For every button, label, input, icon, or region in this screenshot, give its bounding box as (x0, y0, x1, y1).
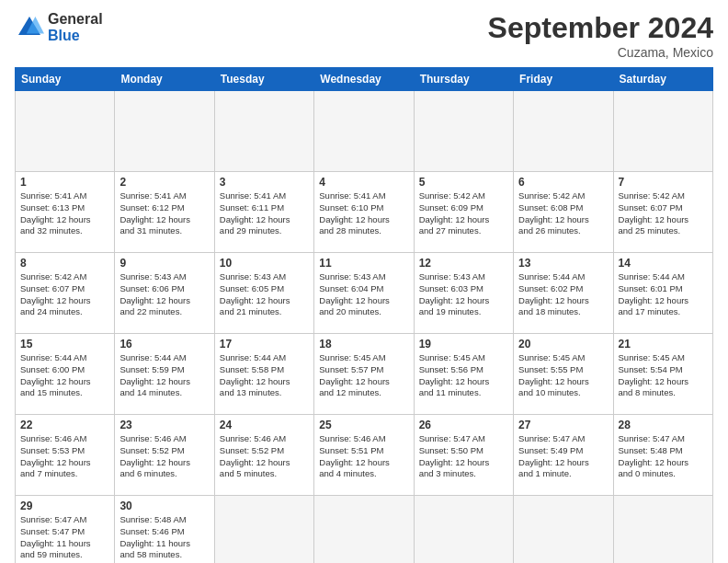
logo-icon (15, 13, 44, 42)
day-info-23: Sunrise: 5:46 AMSunset: 5:52 PMDaylight:… (119, 433, 209, 480)
cell-26: 26 Sunrise: 5:47 AMSunset: 5:50 PMDaylig… (414, 415, 513, 496)
title-area: September 2024 Cuzama, Mexico (488, 11, 713, 60)
day-num-27: 27 (518, 419, 608, 431)
day-num-17: 17 (220, 338, 309, 350)
day-info-20: Sunrise: 5:45 AMSunset: 5:55 PMDaylight:… (518, 352, 608, 399)
day-num-26: 26 (419, 419, 508, 431)
day-num-21: 21 (619, 338, 708, 350)
cell-1: 1 Sunrise: 5:41 AMSunset: 6:13 PMDayligh… (16, 172, 115, 253)
cell-4: 4 Sunrise: 5:41 AMSunset: 6:10 PMDayligh… (314, 172, 414, 253)
cell-24: 24 Sunrise: 5:46 AMSunset: 5:52 PMDaylig… (214, 415, 313, 496)
cell-30: 30 Sunrise: 5:48 AMSunset: 5:46 PMDaylig… (115, 496, 214, 564)
cell-empty-6 (514, 91, 613, 172)
cell-8: 8 Sunrise: 5:42 AMSunset: 6:07 PMDayligh… (16, 253, 115, 334)
week-6: 29 Sunrise: 5:47 AMSunset: 5:47 PMDaylig… (16, 496, 713, 564)
day-info-4: Sunrise: 5:41 AMSunset: 6:10 PMDaylight:… (319, 190, 408, 237)
cell-19: 19 Sunrise: 5:45 AMSunset: 5:56 PMDaylig… (414, 334, 513, 415)
day-info-12: Sunrise: 5:43 AMSunset: 6:03 PMDaylight:… (419, 271, 508, 318)
day-num-7: 7 (619, 176, 708, 189)
cell-empty-last-4 (514, 496, 613, 564)
day-num-29: 29 (20, 500, 109, 512)
cell-empty-1 (16, 91, 115, 172)
header: General Blue September 2024 Cuzama, Mexi… (15, 11, 713, 60)
day-num-6: 6 (518, 176, 608, 189)
cell-18: 18 Sunrise: 5:45 AMSunset: 5:57 PMDaylig… (314, 334, 414, 415)
day-info-14: Sunrise: 5:44 AMSunset: 6:01 PMDaylight:… (619, 271, 708, 318)
cell-11: 11 Sunrise: 5:43 AMSunset: 6:04 PMDaylig… (314, 253, 414, 334)
day-num-12: 12 (419, 257, 508, 270)
page: General Blue September 2024 Cuzama, Mexi… (0, 0, 728, 563)
cell-3: 3 Sunrise: 5:41 AMSunset: 6:11 PMDayligh… (214, 172, 313, 253)
cell-empty-5 (414, 91, 513, 172)
cell-23: 23 Sunrise: 5:46 AMSunset: 5:52 PMDaylig… (115, 415, 214, 496)
day-num-16: 16 (119, 338, 209, 350)
day-num-24: 24 (220, 419, 309, 431)
week-2: 1 Sunrise: 5:41 AMSunset: 6:13 PMDayligh… (16, 172, 713, 253)
cell-empty-3 (214, 91, 313, 172)
day-info-27: Sunrise: 5:47 AMSunset: 5:49 PMDaylight:… (518, 433, 608, 480)
day-info-25: Sunrise: 5:46 AMSunset: 5:51 PMDaylight:… (319, 433, 408, 480)
cell-22: 22 Sunrise: 5:46 AMSunset: 5:53 PMDaylig… (16, 415, 115, 496)
day-num-2: 2 (119, 176, 209, 189)
day-num-15: 15 (20, 338, 109, 350)
day-num-10: 10 (220, 257, 309, 270)
day-info-2: Sunrise: 5:41 AMSunset: 6:12 PMDaylight:… (119, 190, 209, 237)
day-info-9: Sunrise: 5:43 AMSunset: 6:06 PMDaylight:… (119, 271, 209, 318)
cell-2: 2 Sunrise: 5:41 AMSunset: 6:12 PMDayligh… (115, 172, 214, 253)
cell-10: 10 Sunrise: 5:43 AMSunset: 6:05 PMDaylig… (214, 253, 313, 334)
week-1 (16, 91, 713, 172)
cell-empty-4 (314, 91, 414, 172)
day-num-25: 25 (319, 419, 408, 431)
day-info-8: Sunrise: 5:42 AMSunset: 6:07 PMDaylight:… (20, 271, 109, 318)
day-info-22: Sunrise: 5:46 AMSunset: 5:53 PMDaylight:… (20, 433, 109, 480)
day-info-16: Sunrise: 5:44 AMSunset: 5:59 PMDaylight:… (119, 352, 209, 399)
day-info-13: Sunrise: 5:44 AMSunset: 6:02 PMDaylight:… (518, 271, 608, 318)
day-info-21: Sunrise: 5:45 AMSunset: 5:54 PMDaylight:… (619, 352, 708, 399)
header-row: Sunday Monday Tuesday Wednesday Thursday… (16, 68, 713, 91)
cell-29: 29 Sunrise: 5:47 AMSunset: 5:47 PMDaylig… (16, 496, 115, 564)
day-num-3: 3 (220, 176, 309, 189)
cell-9: 9 Sunrise: 5:43 AMSunset: 6:06 PMDayligh… (115, 253, 214, 334)
cell-12: 12 Sunrise: 5:43 AMSunset: 6:03 PMDaylig… (414, 253, 513, 334)
logo-blue: Blue (48, 28, 103, 44)
day-info-15: Sunrise: 5:44 AMSunset: 6:00 PMDaylight:… (20, 352, 109, 399)
cell-7: 7 Sunrise: 5:42 AMSunset: 6:07 PMDayligh… (613, 172, 712, 253)
cell-5: 5 Sunrise: 5:42 AMSunset: 6:09 PMDayligh… (414, 172, 513, 253)
day-num-19: 19 (419, 338, 508, 350)
cell-empty-last-1 (214, 496, 313, 564)
cell-14: 14 Sunrise: 5:44 AMSunset: 6:01 PMDaylig… (613, 253, 712, 334)
day-num-13: 13 (518, 257, 608, 270)
day-info-19: Sunrise: 5:45 AMSunset: 5:56 PMDaylight:… (419, 352, 508, 399)
col-wednesday: Wednesday (314, 68, 414, 91)
cell-empty-2 (115, 91, 214, 172)
day-info-7: Sunrise: 5:42 AMSunset: 6:07 PMDaylight:… (619, 190, 708, 237)
day-info-30: Sunrise: 5:48 AMSunset: 5:46 PMDaylight:… (119, 514, 209, 561)
month-title: September 2024 (488, 11, 713, 45)
day-num-14: 14 (619, 257, 708, 270)
day-info-5: Sunrise: 5:42 AMSunset: 6:09 PMDaylight:… (419, 190, 508, 237)
day-num-1: 1 (20, 176, 109, 189)
cell-21: 21 Sunrise: 5:45 AMSunset: 5:54 PMDaylig… (613, 334, 712, 415)
cell-empty-last-5 (613, 496, 712, 564)
col-friday: Friday (514, 68, 613, 91)
cell-empty-last-2 (314, 496, 414, 564)
cell-empty-last-3 (414, 496, 513, 564)
day-info-17: Sunrise: 5:44 AMSunset: 5:58 PMDaylight:… (220, 352, 309, 399)
day-info-24: Sunrise: 5:46 AMSunset: 5:52 PMDaylight:… (220, 433, 309, 480)
col-monday: Monday (115, 68, 214, 91)
logo: General Blue (15, 11, 103, 43)
day-info-29: Sunrise: 5:47 AMSunset: 5:47 PMDaylight:… (20, 514, 109, 561)
week-3: 8 Sunrise: 5:42 AMSunset: 6:07 PMDayligh… (16, 253, 713, 334)
day-info-18: Sunrise: 5:45 AMSunset: 5:57 PMDaylight:… (319, 352, 408, 399)
cell-27: 27 Sunrise: 5:47 AMSunset: 5:49 PMDaylig… (514, 415, 613, 496)
cell-15: 15 Sunrise: 5:44 AMSunset: 6:00 PMDaylig… (16, 334, 115, 415)
logo-text: General Blue (48, 11, 103, 43)
cell-20: 20 Sunrise: 5:45 AMSunset: 5:55 PMDaylig… (514, 334, 613, 415)
col-thursday: Thursday (414, 68, 513, 91)
day-info-3: Sunrise: 5:41 AMSunset: 6:11 PMDaylight:… (220, 190, 309, 237)
cell-28: 28 Sunrise: 5:47 AMSunset: 5:48 PMDaylig… (613, 415, 712, 496)
day-num-28: 28 (619, 419, 708, 431)
day-num-23: 23 (119, 419, 209, 431)
day-info-1: Sunrise: 5:41 AMSunset: 6:13 PMDaylight:… (20, 190, 109, 237)
col-sunday: Sunday (16, 68, 115, 91)
